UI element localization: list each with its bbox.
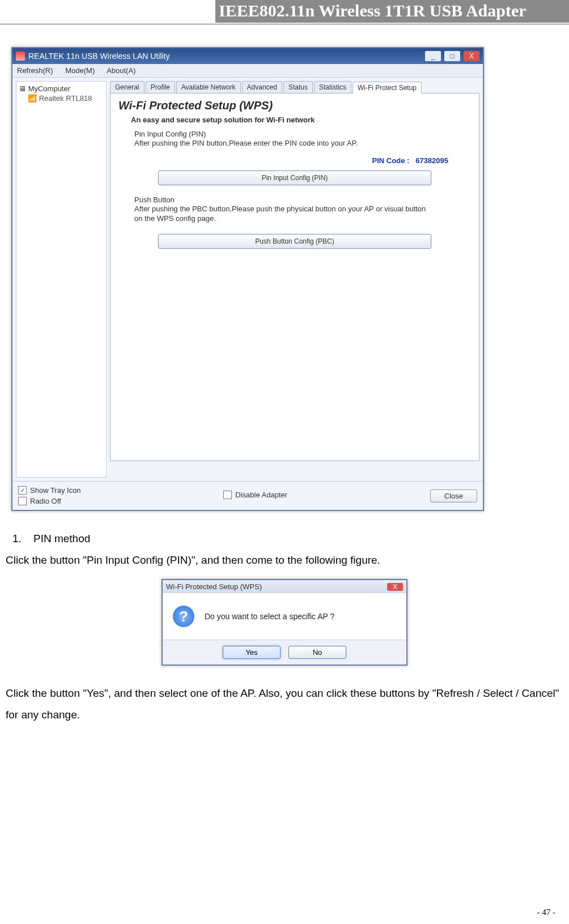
- menu-about[interactable]: About(A): [107, 66, 135, 75]
- utility-bottom-bar: ✓ Show Tray Icon Radio Off Disable Adapt…: [12, 481, 483, 510]
- utility-window-figure: REALTEK 11n USB Wireless LAN Utility _ □…: [11, 47, 484, 511]
- tree-child[interactable]: 📶 Realtek RTL818: [19, 93, 104, 103]
- device-tree[interactable]: 🖥 MyComputer 📶 Realtek RTL818: [16, 81, 107, 478]
- tab-statistics[interactable]: Statistics: [314, 81, 351, 93]
- wps-heading: Wi-Fi Protected Setup (WPS): [118, 99, 471, 112]
- push-section-desc: After pushing the PBC button,Please push…: [134, 204, 429, 224]
- utility-close-button[interactable]: Close: [430, 489, 477, 503]
- instruction-block: 1. PIN method Click the button "Pin Inpu…: [6, 528, 563, 571]
- show-tray-label: Show Tray Icon: [30, 486, 81, 495]
- pin-input-config-button[interactable]: Pin Input Config (PIN): [158, 171, 431, 185]
- push-section-label: Push Button: [134, 195, 471, 204]
- window-titlebar[interactable]: REALTEK 11n USB Wireless LAN Utility _ □…: [12, 48, 483, 64]
- dialog-no-button[interactable]: No: [288, 646, 346, 659]
- pin-section-label: Pin Input Config (PIN): [134, 130, 471, 138]
- computer-icon: 🖥: [19, 84, 26, 93]
- menubar: Refresh(R) Mode(M) About(A): [12, 64, 483, 78]
- wps-tab-page: Wi-Fi Protected Setup (WPS) An easy and …: [110, 93, 479, 461]
- page-number: - 47 -: [537, 908, 556, 917]
- pin-code-line: PIN Code : 67382095: [118, 156, 448, 165]
- tree-child-label: Realtek RTL818: [39, 94, 92, 103]
- window-controls: _ □ X: [424, 51, 479, 61]
- tree-root-label: MyComputer: [28, 84, 70, 93]
- tab-status[interactable]: Status: [283, 81, 313, 93]
- tab-advanced[interactable]: Advanced: [242, 81, 282, 93]
- doc-header-band: IEEE802.11n Wireless 1T1R USB Adapter: [215, 0, 569, 23]
- question-icon: ?: [173, 606, 194, 627]
- pin-code-value: 67382095: [415, 156, 448, 165]
- dialog-message: Do you want to select a specific AP ?: [205, 612, 334, 621]
- dialog-title: Wi-Fi Protected Setup (WPS): [166, 582, 262, 591]
- instruction-block-2: Click the button "Yes", and then select …: [6, 683, 563, 726]
- dialog-yes-button[interactable]: Yes: [223, 646, 281, 659]
- radio-off-checkbox[interactable]: [18, 497, 27, 505]
- instruction-line-1: Click the button "Pin Input Config (PIN)…: [6, 550, 563, 571]
- app-icon: [16, 52, 25, 61]
- tree-root[interactable]: 🖥 MyComputer: [19, 84, 104, 93]
- maximize-button[interactable]: □: [444, 51, 460, 61]
- window-title: REALTEK 11n USB Wireless LAN Utility: [28, 52, 169, 61]
- instruction-line-2: Click the button "Yes", and then select …: [6, 683, 563, 726]
- tab-general[interactable]: General: [110, 81, 145, 93]
- tabstrip: General Profile Available Network Advanc…: [110, 81, 479, 93]
- dialog-titlebar[interactable]: Wi-Fi Protected Setup (WPS) X: [163, 580, 406, 593]
- disable-adapter-label: Disable Adapter: [235, 491, 287, 499]
- push-button-config-button[interactable]: Push Button Config (PBC): [158, 234, 431, 249]
- wps-select-ap-dialog: Wi-Fi Protected Setup (WPS) X ? Do you w…: [162, 579, 407, 666]
- header-rule: [0, 24, 569, 24]
- tab-available-network[interactable]: Available Network: [176, 81, 241, 93]
- pin-code-label: PIN Code :: [372, 156, 410, 165]
- step-number: 1.: [12, 533, 22, 544]
- tab-wifi-protect-setup[interactable]: Wi-Fi Protect Setup: [353, 82, 422, 93]
- dialog-close-button[interactable]: X: [387, 583, 403, 591]
- menu-refresh[interactable]: Refresh(R): [17, 66, 53, 75]
- window-close-button[interactable]: X: [464, 51, 479, 61]
- show-tray-checkbox[interactable]: ✓: [18, 486, 27, 495]
- menu-mode[interactable]: Mode(M): [65, 66, 95, 75]
- radio-off-label: Radio Off: [30, 497, 61, 505]
- adapter-icon: 📶: [28, 94, 37, 103]
- wps-subheading: An easy and secure setup solution for Wi…: [131, 116, 471, 124]
- step-title: PIN method: [33, 533, 90, 544]
- minimize-button[interactable]: _: [425, 51, 441, 61]
- disable-adapter-checkbox[interactable]: [223, 491, 232, 499]
- tab-profile[interactable]: Profile: [146, 81, 175, 93]
- pin-section-desc: After pushing the PIN button,Please ente…: [134, 138, 429, 148]
